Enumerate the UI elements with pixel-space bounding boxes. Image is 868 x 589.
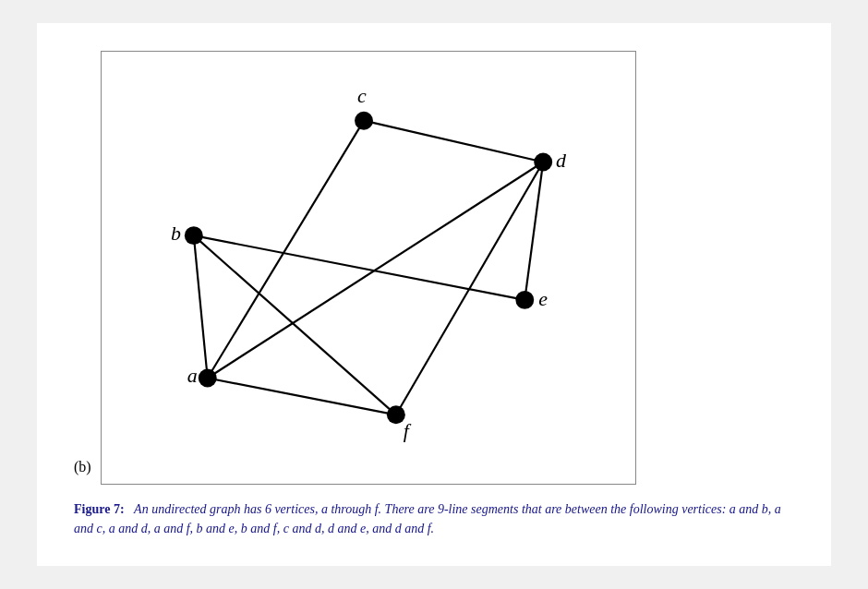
- svg-line-8: [396, 162, 543, 415]
- graph-svg: a b c d e f: [102, 52, 635, 484]
- graph-box: a b c d e f: [101, 51, 636, 485]
- svg-line-6: [364, 121, 543, 162]
- vertex-f: [387, 405, 405, 424]
- vertex-e: [515, 291, 534, 309]
- label-c: c: [357, 84, 367, 107]
- svg-line-7: [524, 162, 543, 299]
- subfig-label: (b): [74, 459, 91, 485]
- figure-caption: Figure 7: An undirected graph has 6 vert…: [74, 499, 794, 538]
- page: (b): [37, 23, 831, 566]
- label-e: e: [538, 287, 548, 310]
- svg-line-3: [207, 378, 395, 415]
- figure-label: Figure 7:: [74, 502, 125, 516]
- label-a: a: [187, 364, 197, 387]
- vertex-a: [198, 369, 216, 388]
- figure-container: (b): [74, 51, 794, 485]
- vertex-c: [355, 112, 373, 130]
- label-b: b: [171, 222, 181, 245]
- vertex-d: [534, 153, 552, 172]
- figure-text: An undirected graph has 6 vertices, a th…: [74, 502, 781, 535]
- label-d: d: [556, 149, 566, 172]
- vertex-b: [185, 226, 203, 245]
- svg-line-1: [207, 121, 363, 379]
- svg-line-5: [193, 235, 395, 415]
- svg-line-4: [193, 235, 524, 300]
- label-f: f: [403, 419, 411, 442]
- svg-line-0: [193, 235, 207, 378]
